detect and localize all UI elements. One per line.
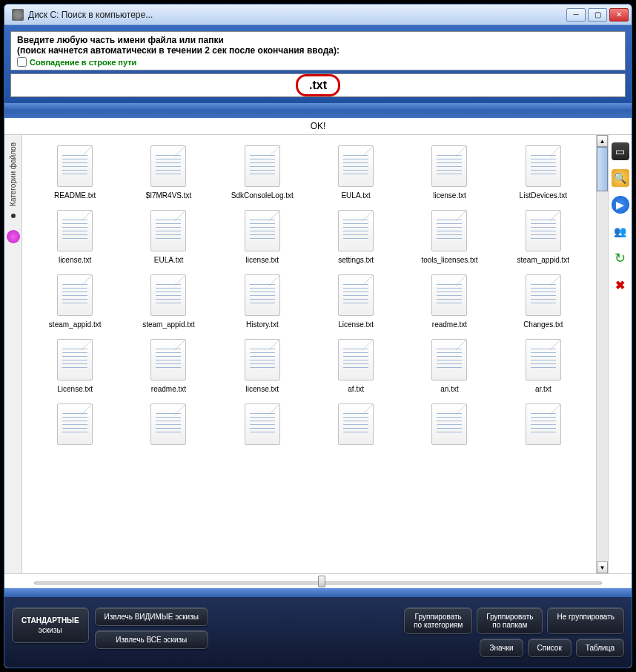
scroll-down-button[interactable]: ▼	[597, 561, 608, 573]
refresh-icon[interactable]: ↻	[612, 249, 629, 267]
file-item[interactable]: an.txt	[404, 336, 494, 396]
file-item[interactable]: tools_licenses.txt	[404, 207, 494, 267]
search-icon[interactable]: 🔍	[612, 169, 629, 187]
left-sidebar: Категории файлов	[4, 135, 22, 573]
text-file-icon	[245, 210, 280, 251]
path-match-row: Совпадение в строке пути	[17, 57, 619, 67]
file-item[interactable]: license.txt	[217, 207, 308, 267]
file-name-label: readme.txt	[151, 385, 186, 393]
file-item[interactable]: license.txt	[404, 142, 494, 202]
no-group-button[interactable]: Не группировать	[547, 607, 624, 634]
file-item[interactable]: steam_appid.txt	[123, 271, 213, 332]
window-title: Диск C: Поиск в компьютере...	[28, 10, 566, 20]
file-item[interactable]: readme.txt	[123, 336, 213, 396]
text-file-icon	[150, 210, 186, 251]
group-by-category-button[interactable]: Группировать по категориям	[404, 607, 472, 634]
text-file-icon	[150, 339, 186, 381]
text-file-icon	[526, 145, 561, 187]
file-item[interactable]: ListDevices.txt	[498, 142, 589, 202]
text-file-icon	[150, 145, 186, 187]
scroll-track[interactable]	[597, 147, 608, 561]
view-row: Значки Список Таблица	[404, 639, 624, 657]
file-item[interactable]: License.txt	[30, 336, 120, 396]
file-name-label: ListDevices.txt	[520, 191, 567, 200]
group-buttons-col: Группировать по категориям Группировать …	[404, 607, 624, 657]
file-name-label: steam_appid.txt	[49, 320, 102, 329]
file-item[interactable]: README.txt	[30, 142, 120, 202]
search-panel: Введите любую часть имени файла или папк…	[4, 25, 632, 103]
file-item[interactable]: License.txt	[311, 271, 401, 332]
file-item[interactable]: EULA.txt	[123, 207, 213, 267]
path-match-label: Совпадение в строке пути	[30, 58, 136, 67]
right-toolbar: ▭ 🔍 ▶ 👥 ↻ ✖	[608, 135, 632, 573]
file-name-label: SdkConsoleLog.txt	[231, 191, 294, 200]
file-item[interactable]: History.txt	[217, 271, 308, 332]
file-item[interactable]	[217, 401, 308, 452]
file-item[interactable]: readme.txt	[404, 271, 494, 332]
text-file-icon	[338, 339, 374, 381]
text-file-icon	[150, 274, 186, 316]
file-name-label: settings.txt	[338, 256, 374, 264]
maximize-button[interactable]: ▢	[588, 8, 607, 22]
file-item[interactable]: license.txt	[217, 336, 308, 396]
list-view-button[interactable]: Список	[528, 639, 572, 657]
close-button[interactable]: ✕	[609, 8, 629, 22]
search-input[interactable]	[16, 79, 620, 92]
group-by-folder-button[interactable]: Группировать по папкам	[477, 607, 543, 634]
swap-icon[interactable]	[7, 230, 20, 243]
titlebar[interactable]: Диск C: Поиск в компьютере... ─ ▢ ✕	[4, 4, 632, 25]
zoom-slider-bar	[4, 573, 632, 588]
text-file-icon	[338, 403, 374, 445]
group-row: Группировать по категориям Группировать …	[404, 607, 624, 634]
zoom-slider-thumb[interactable]	[318, 576, 325, 587]
file-item[interactable]: ar.txt	[498, 336, 589, 396]
bottom-panel: СТАНДАРТНЫЕ эскизы Извлечь ВИДИМЫЕ эскиз…	[4, 597, 632, 668]
file-item[interactable]: EULA.txt	[311, 142, 401, 202]
file-name-label: an.txt	[440, 385, 458, 393]
file-item[interactable]	[123, 401, 213, 452]
file-name-label: License.txt	[57, 385, 93, 393]
file-item[interactable]: Changes.txt	[498, 271, 589, 332]
decorative-band	[4, 103, 632, 118]
vertical-scrollbar[interactable]: ▲ ▼	[596, 135, 608, 573]
file-item[interactable]: $I7MR4VS.txt	[123, 142, 213, 202]
text-file-icon	[57, 274, 93, 316]
table-view-button[interactable]: Таблица	[576, 639, 624, 657]
text-file-icon	[150, 403, 186, 445]
standard-sketches-button[interactable]: СТАНДАРТНЫЕ эскизы	[12, 607, 89, 643]
extract-visible-button[interactable]: Извлечь ВИДИМЫЕ эскизы	[95, 607, 208, 626]
file-item[interactable]	[311, 401, 401, 452]
file-name-label: License.txt	[338, 320, 374, 329]
console-icon[interactable]: ▭	[612, 142, 629, 160]
file-item[interactable]: steam_appid.txt	[30, 271, 120, 332]
file-item[interactable]: license.txt	[30, 207, 120, 267]
scroll-up-button[interactable]: ▲	[597, 135, 608, 147]
file-item[interactable]: settings.txt	[311, 207, 401, 267]
file-item[interactable]	[30, 401, 120, 452]
users-icon[interactable]: 👥	[612, 223, 629, 240]
extract-all-button[interactable]: Извлечь ВСЕ эскизы	[95, 630, 208, 649]
icons-view-button[interactable]: Значки	[480, 639, 523, 657]
file-item[interactable]: SdkConsoleLog.txt	[217, 142, 308, 202]
file-item[interactable]: af.txt	[311, 336, 401, 396]
search-box	[10, 73, 626, 97]
file-item[interactable]	[498, 401, 589, 452]
file-name-label: license.txt	[433, 191, 466, 200]
file-item[interactable]: steam_appid.txt	[498, 207, 589, 267]
text-file-icon	[431, 274, 467, 316]
dot-icon	[11, 214, 16, 218]
status-bar: OK!	[4, 118, 632, 135]
file-name-label: license.txt	[59, 256, 91, 264]
path-match-checkbox[interactable]	[17, 57, 27, 67]
delete-icon[interactable]: ✖	[612, 276, 629, 294]
play-icon[interactable]: ▶	[612, 196, 629, 214]
text-file-icon	[431, 210, 467, 251]
text-file-icon	[526, 274, 561, 316]
scroll-thumb[interactable]	[597, 147, 608, 191]
minimize-button[interactable]: ─	[566, 8, 586, 22]
text-file-icon	[526, 403, 561, 445]
app-icon	[12, 9, 24, 21]
file-item[interactable]	[404, 401, 494, 452]
categories-tab-label[interactable]: Категории файлов	[9, 142, 17, 206]
text-file-icon	[57, 403, 93, 445]
